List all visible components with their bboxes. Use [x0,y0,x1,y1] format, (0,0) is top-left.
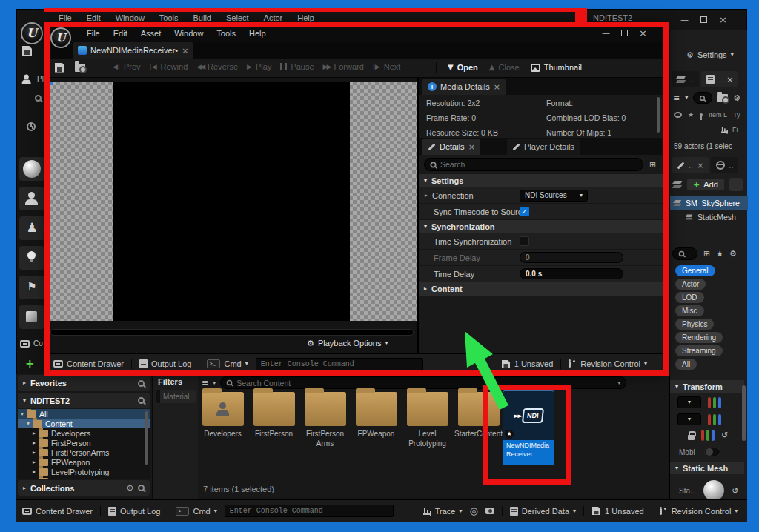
tree-item-developers[interactable]: ▸Developers [18,428,150,438]
details-scrollbar[interactable] [742,385,746,441]
mobility-toggle[interactable] [704,448,720,456]
menu-file[interactable]: File [52,13,79,22]
minimize-button[interactable]: — [680,16,689,24]
outliner-search[interactable] [693,92,712,104]
revision-control-button[interactable]: Revision Control ▾ [660,507,738,516]
console-command-input[interactable] [230,507,388,515]
category-actor[interactable]: Actor [675,279,706,290]
tree-item-levelprototyping[interactable]: ▸LevelPrototyping [18,467,150,476]
menu-help[interactable]: Help [291,13,321,22]
details-search[interactable] [672,247,697,260]
save-all-icon[interactable] [22,46,32,56]
category-misc[interactable]: Misc [675,305,704,316]
add-content-icon[interactable]: + [25,359,35,370]
category-all[interactable]: All [675,359,697,370]
tree-item-fpweapon[interactable]: ▸FPWeapon [18,457,150,467]
reset-icon[interactable]: ↺ [732,487,738,495]
gear-icon[interactable]: ⚙ [733,94,740,102]
reset-icon[interactable]: ↺ [721,431,728,439]
output-log-button[interactable]: Output Log [108,507,160,516]
close-button[interactable]: × [719,15,727,24]
content-drawer-button[interactable]: Content Drawer [22,507,93,516]
blueprint-button[interactable] [729,178,743,191]
folder-developers[interactable]: Developers [197,392,248,439]
place-actors-button[interactable]: Pla [20,73,47,85]
star-icon[interactable]: ★ [716,250,723,258]
folder-firstpersonarms[interactable]: FirstPerson Arms [299,392,351,448]
tab-outliner[interactable]: ..× [701,71,738,87]
menu-window[interactable]: Window [109,13,151,22]
tree-scrollbar[interactable] [145,411,148,465]
chevron-down-icon[interactable]: ▾ [617,380,620,386]
visibility-column-icon[interactable] [674,112,682,118]
component-row[interactable]: StaticMesh [670,211,748,223]
unsaved-button[interactable]: 1 Unsaved [591,506,644,516]
menu-actor[interactable]: Actor [257,13,290,22]
folder-firstperson[interactable]: FirstPerson [248,392,299,439]
search-icon[interactable] [138,485,145,491]
item-label-column[interactable]: Item L [709,111,727,119]
search-icon[interactable] [138,380,145,387]
tree-item-firstperson[interactable]: ▸FirstPerson [18,438,150,448]
target-icon[interactable]: ◎ [469,506,477,516]
menu-select[interactable]: Select [219,13,256,22]
category-lights-button[interactable] [19,246,44,270]
grid-icon[interactable]: ⊞ [703,250,710,258]
category-rendering[interactable]: Rendering [675,332,723,343]
tab-world-settings[interactable]: .. [711,157,738,173]
filter-icon[interactable]: ≡ [673,94,680,102]
category-general[interactable]: General [675,265,715,276]
chevron-down-icon[interactable]: ▾ [685,95,688,101]
menu-edit[interactable]: Edit [80,13,107,22]
scale-values[interactable] [701,430,715,441]
folder-fpweapon[interactable]: FPWeapon [351,392,402,439]
folder-levelprototyping[interactable]: Level Prototyping [402,392,453,448]
project-header[interactable]: ▾ NDITEST2 [18,393,150,408]
filter-chip-material[interactable]: Material [156,390,196,403]
star-column-icon[interactable]: ★ [688,112,694,119]
chevron-down-icon[interactable]: ▾ [213,380,216,386]
location-mode-dropdown[interactable]: ▾ [677,396,701,408]
view-options-icon[interactable]: ≡ [202,379,208,387]
category-shapes-button[interactable] [19,157,44,181]
tab-layers[interactable]: .. [672,71,699,87]
tab-details[interactable]: ..× [672,157,709,173]
pin-column-icon[interactable] [700,113,703,116]
category-streaming[interactable]: Streaming [675,345,723,356]
close-icon[interactable]: × [697,162,703,170]
new-folder-icon[interactable] [717,94,728,102]
viewport-settings-button[interactable]: ⚙ Settings ▾ [686,50,734,59]
category-physics[interactable]: Physics [675,319,714,330]
rotation-values[interactable] [708,414,721,425]
content-drawer-collapsed[interactable]: Co [20,339,43,348]
recently-placed-icon[interactable] [27,122,36,131]
category-cinematic-button[interactable]: ⚑ [19,276,44,299]
add-component-button[interactable]: + Add [687,179,724,190]
trace-button[interactable]: Trace ▾ [423,507,463,516]
gear-icon[interactable]: ⚙ [729,250,737,258]
location-values[interactable] [708,397,721,408]
rotation-mode-dropdown[interactable]: ▾ [677,413,701,425]
category-geometry-button[interactable] [19,305,44,329]
close-icon[interactable]: × [726,76,733,84]
tree-item-all[interactable]: ▾All [18,409,150,419]
category-basic-button[interactable]: ♟ [19,216,44,240]
maximize-button[interactable] [700,16,707,23]
lock-icon[interactable] [688,435,695,440]
search-icon[interactable] [35,95,42,102]
console-command-bar[interactable] [225,505,394,517]
add-collection-icon[interactable]: ⊕ [127,484,133,492]
staticmesh-section-header[interactable]: ▾ Static Mesh [670,462,744,474]
derived-data-button[interactable]: Derived Data ▾ [510,507,576,516]
tree-item-firstpersonarms[interactable]: ▸FirstPersonArms [18,448,150,457]
transform-section-header[interactable]: ▾ Transform [670,380,744,393]
mesh-thumbnail[interactable] [703,480,724,501]
collections-header[interactable]: ▸ Collections ⊕ [18,480,150,496]
tree-item-startercontent[interactable]: ▸StarterContent [18,476,150,479]
actor-row-selected[interactable]: SM_SkySphere [670,196,748,210]
tree-item-content[interactable]: ▾Content [18,419,150,428]
menu-tools[interactable]: Tools [153,13,185,22]
category-characters-button[interactable] [19,187,44,210]
menu-build[interactable]: Build [187,13,218,22]
type-column[interactable]: Ty [733,111,740,119]
